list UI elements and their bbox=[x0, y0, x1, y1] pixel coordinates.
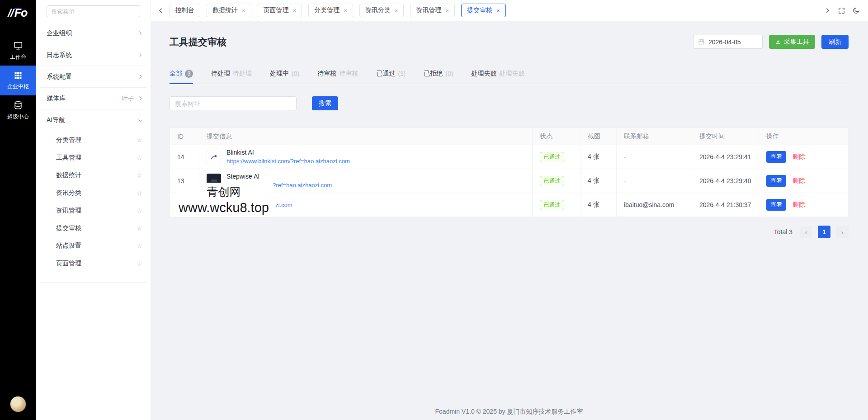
view-button[interactable]: 查看 bbox=[766, 199, 786, 211]
tab-data-stats[interactable]: 数据统计 × bbox=[207, 4, 251, 17]
primary-rail: Fo 工作台 企业中枢 bbox=[0, 0, 36, 420]
sidebar-subitem-data-stats[interactable]: 数据统计 ☆ bbox=[40, 166, 147, 184]
sidebar-item-system-config[interactable]: 系统配置 bbox=[40, 66, 147, 88]
sidebar-subitem-page-mgmt[interactable]: 页面管理 ☆ bbox=[40, 255, 147, 272]
tabs-scroll-left-icon[interactable] bbox=[157, 7, 164, 14]
tab-console[interactable]: 控制台 bbox=[170, 4, 200, 17]
rail-item-workbench[interactable]: 工作台 bbox=[0, 36, 36, 66]
filter-approved[interactable]: 已通过 (3) bbox=[376, 70, 406, 84]
ai-navigation-submenu: 分类管理 ☆ 工具管理 ☆ 数据统计 ☆ 资讯分类 ☆ 资讯管理 ☆ 提交审核 … bbox=[40, 131, 147, 283]
star-icon[interactable]: ☆ bbox=[137, 208, 142, 214]
chevron-right-icon bbox=[137, 52, 143, 58]
date-picker[interactable]: 2026-04-05 bbox=[693, 35, 763, 49]
sidebar-item-ai-navigation[interactable]: AI导航 bbox=[40, 109, 147, 131]
search-button[interactable]: 搜索 bbox=[312, 96, 338, 110]
submit-time: 2026-4-4 23:29:40 bbox=[692, 169, 759, 193]
tabs-scroll-right-icon[interactable] bbox=[824, 7, 831, 14]
download-icon bbox=[775, 39, 781, 45]
table-header: ID 提交信息 状态 截图 联系邮箱 提交时间 操作 bbox=[170, 128, 848, 145]
filter-pending[interactable]: 待处理 待处理 bbox=[211, 70, 252, 84]
close-icon[interactable]: × bbox=[445, 8, 449, 14]
sidebar-subitem-category-mgmt[interactable]: 分类管理 ☆ bbox=[40, 131, 147, 149]
tab-page-mgmt[interactable]: 页面管理 × bbox=[258, 4, 302, 17]
collect-tools-button[interactable]: 采集工具 bbox=[769, 35, 815, 49]
screenshot-count: 4 张 bbox=[580, 193, 617, 217]
grid-icon bbox=[14, 71, 23, 80]
star-icon[interactable]: ☆ bbox=[137, 260, 142, 267]
star-icon[interactable]: ☆ bbox=[137, 243, 142, 249]
filter-all[interactable]: 全部 3 bbox=[170, 70, 193, 84]
column-header-actions: 操作 bbox=[759, 128, 849, 145]
rail-item-enterprise-hub[interactable]: 企业中枢 bbox=[0, 66, 36, 95]
menu-search-input[interactable] bbox=[47, 5, 140, 17]
column-header-time: 提交时间 bbox=[692, 128, 759, 145]
sidebar-item-log-system[interactable]: 日志系统 bbox=[40, 44, 147, 66]
next-page-button[interactable]: › bbox=[836, 226, 849, 238]
star-icon[interactable]: ☆ bbox=[137, 172, 142, 179]
close-icon[interactable]: × bbox=[242, 8, 245, 14]
column-header-status: 状态 bbox=[533, 128, 580, 145]
site-url-link[interactable]: zi.com bbox=[275, 202, 292, 209]
sidebar-item-media-library[interactable]: 媒体库 叶子 bbox=[40, 88, 147, 109]
tab-category-mgmt[interactable]: 分类管理 × bbox=[308, 4, 353, 17]
screenshot-count: 4 张 bbox=[580, 169, 617, 193]
tab-news-mgmt[interactable]: 资讯管理 × bbox=[410, 4, 455, 17]
delete-button[interactable]: 删除 bbox=[793, 201, 805, 209]
total-count: Total 3 bbox=[774, 228, 793, 236]
url-search-input[interactable] bbox=[170, 96, 297, 110]
site-url-link[interactable]: ?ref=hao.aizhaozi.com bbox=[273, 182, 332, 189]
filter-failed[interactable]: 处理失败 处理失败 bbox=[471, 70, 524, 84]
view-button[interactable]: 查看 bbox=[766, 175, 786, 187]
prev-page-button[interactable]: ‹ bbox=[800, 226, 812, 238]
sidebar-subitem-tool-mgmt[interactable]: 工具管理 ☆ bbox=[40, 149, 147, 166]
dark-mode-moon-icon[interactable] bbox=[852, 7, 860, 14]
star-icon[interactable]: ☆ bbox=[137, 190, 142, 196]
contact-email: - bbox=[617, 169, 692, 193]
tab-bar: 控制台 数据统计 × 页面管理 × 分类管理 × 资讯分类 × 资讯管理 × bbox=[151, 0, 868, 21]
date-value: 2026-04-05 bbox=[708, 38, 741, 46]
column-header-info: 提交信息 bbox=[199, 128, 533, 145]
chevron-right-icon bbox=[137, 30, 143, 36]
close-icon[interactable]: × bbox=[395, 8, 398, 14]
tab-news-category[interactable]: 资讯分类 × bbox=[359, 4, 404, 17]
refresh-button[interactable]: 刷新 bbox=[821, 35, 849, 49]
logo-accent bbox=[14, 8, 19, 9]
close-icon[interactable]: × bbox=[496, 8, 500, 14]
filter-processing[interactable]: 处理中 (0) bbox=[270, 70, 299, 84]
sidebar-item-enterprise-org[interactable]: 企业组织 bbox=[40, 23, 147, 44]
close-icon[interactable]: × bbox=[293, 8, 297, 14]
sidebar-subitem-news-category[interactable]: 资讯分类 ☆ bbox=[40, 184, 147, 202]
close-icon[interactable]: × bbox=[344, 8, 347, 14]
page-1-button[interactable]: 1 bbox=[818, 226, 830, 238]
rail-item-super-center[interactable]: 超级中心 bbox=[0, 95, 36, 125]
chevron-right-icon bbox=[137, 95, 143, 101]
database-icon bbox=[13, 100, 23, 110]
sidebar-subitem-submission-review[interactable]: 提交审核 ☆ bbox=[40, 219, 147, 237]
filter-awaiting-review[interactable]: 待审核 待审核 bbox=[317, 70, 358, 84]
sidebar-subitem-news-mgmt[interactable]: 资讯管理 ☆ bbox=[40, 202, 147, 219]
sidebar-subitem-site-settings[interactable]: 站点设置 ☆ bbox=[40, 237, 147, 255]
view-button[interactable]: 查看 bbox=[766, 151, 786, 163]
page-title: 工具提交审核 bbox=[170, 36, 226, 48]
column-header-email: 联系邮箱 bbox=[617, 128, 692, 145]
row-id: 14 bbox=[170, 145, 199, 169]
monitor-icon bbox=[13, 41, 23, 51]
watermark: 青创网 www.wcku8.top bbox=[176, 183, 272, 217]
delete-button[interactable]: 删除 bbox=[793, 177, 805, 185]
star-icon[interactable]: ☆ bbox=[137, 225, 142, 231]
column-header-screenshots: 截图 bbox=[580, 128, 617, 145]
star-icon[interactable]: ☆ bbox=[137, 137, 142, 143]
user-avatar[interactable] bbox=[10, 396, 26, 412]
table-row: 14 Blinkist AI https://www.blinkist.com/… bbox=[170, 145, 848, 169]
star-icon[interactable]: ☆ bbox=[137, 155, 142, 161]
column-header-id: ID bbox=[170, 128, 199, 145]
site-url-link[interactable]: https://www.blinkist.com/?ref=hao.aizhao… bbox=[226, 158, 350, 165]
fullscreen-icon[interactable] bbox=[838, 7, 845, 14]
filter-rejected[interactable]: 已拒绝 (0) bbox=[424, 70, 453, 84]
chevron-down-icon bbox=[137, 118, 143, 123]
delete-button[interactable]: 删除 bbox=[793, 153, 805, 161]
tab-submission-review[interactable]: 提交审核 × bbox=[461, 4, 506, 17]
site-name: Blinkist AI bbox=[226, 148, 350, 156]
site-favicon bbox=[207, 150, 221, 164]
site-name: Stepwise AI bbox=[226, 172, 332, 180]
